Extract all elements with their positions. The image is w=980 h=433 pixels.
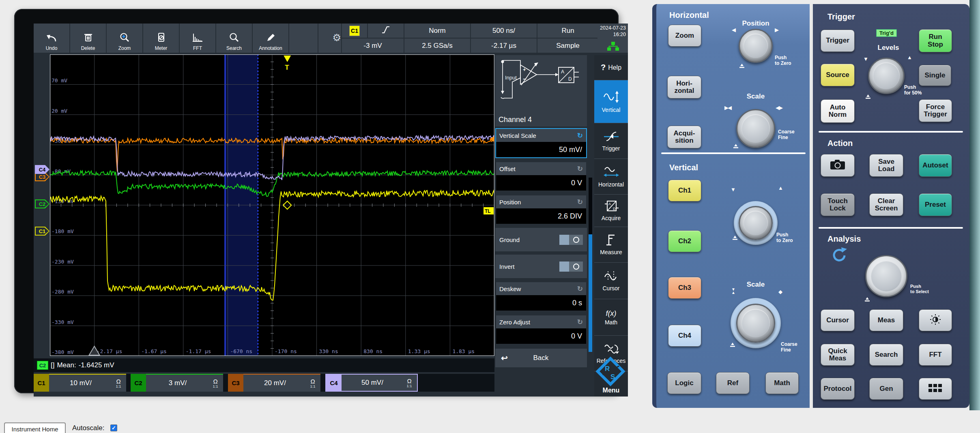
- math-button[interactable]: Math: [765, 372, 799, 394]
- navigation-knob[interactable]: [865, 255, 907, 297]
- sample-rate-cell[interactable]: 2.5 GSa/s: [404, 39, 470, 53]
- analysis-section-heading: Analysis: [827, 234, 861, 244]
- sidebar-item-horizontal[interactable]: Horizontal: [594, 159, 628, 195]
- scrollbar-thumb[interactable]: [589, 234, 592, 352]
- meter-button[interactable]: Meter: [143, 24, 179, 53]
- channel-c2-cell[interactable]: C2 3 mV/ Ω1:1: [131, 374, 223, 392]
- ref-button[interactable]: Ref: [716, 372, 750, 394]
- dialog-title: Channel 4: [499, 116, 532, 124]
- single-button[interactable]: Single: [919, 65, 951, 86]
- channel-c3-cell[interactable]: C3 20 mV/ Ω1:1: [228, 374, 320, 392]
- fft-hw-button[interactable]: FFT: [919, 344, 952, 366]
- sidebar-item-help[interactable]: ? Help: [594, 55, 628, 80]
- sidebar-item-trigger[interactable]: Trigger: [594, 123, 628, 159]
- dialog-scrollbar[interactable]: [589, 178, 592, 352]
- deskew-field[interactable]: Deskew↻ 0 s: [495, 281, 587, 311]
- svg-text:-2.17 µs: -2.17 µs: [97, 348, 122, 354]
- channel-marker-c1[interactable]: C1: [35, 227, 49, 236]
- gen-button[interactable]: Gen: [869, 378, 903, 400]
- annotation-button[interactable]: Annotation: [253, 24, 288, 53]
- preset-button[interactable]: Preset: [919, 193, 952, 216]
- vertical-position-knob[interactable]: [739, 206, 773, 240]
- meas-button[interactable]: Meas: [869, 309, 903, 331]
- timebase-cell[interactable]: 500 ns/: [471, 24, 537, 38]
- undo-button[interactable]: Undo: [34, 24, 69, 53]
- zoom-button[interactable]: Zoom: [107, 24, 142, 53]
- trigger-source-cell[interactable]: C1: [342, 24, 367, 38]
- zoom-hw-button[interactable]: Zoom: [668, 25, 701, 47]
- settings-button[interactable]: ⚙: [318, 24, 341, 53]
- touch-lock-button[interactable]: Touch Lock: [821, 193, 855, 216]
- reset-icon[interactable]: ↻: [577, 198, 583, 206]
- sidebar-item-cursor[interactable]: Cursor: [594, 263, 628, 299]
- horizontal-position-knob[interactable]: [739, 29, 773, 63]
- source-button[interactable]: Source: [821, 64, 855, 86]
- screenshot-button[interactable]: [821, 154, 855, 177]
- horizontal-menu-button[interactable]: Hori- zontal: [667, 76, 701, 99]
- trigger-levels-knob[interactable]: [868, 58, 905, 94]
- ch4-button[interactable]: Ch4: [668, 325, 701, 347]
- back-button[interactable]: ↩ Back: [495, 349, 587, 367]
- vertical-icon: [602, 90, 620, 105]
- ch3-button[interactable]: Ch3: [668, 277, 701, 299]
- apps-button[interactable]: [919, 378, 952, 400]
- auto-norm-button[interactable]: Auto Norm: [821, 99, 855, 123]
- channel-marker-c4[interactable]: C4: [35, 165, 49, 174]
- run-stop-button[interactable]: Run Stop: [919, 29, 952, 52]
- acquisition-button[interactable]: Acqui- sition: [667, 126, 701, 148]
- waveform-display[interactable]: 70 mV20 mV-30 mV-80 mV-130 mV-180 mV-230…: [50, 54, 494, 356]
- zero-adjust-field[interactable]: Zero Adjust↻ 0 V: [495, 315, 587, 345]
- trigger-level-cell[interactable]: -3 mV: [342, 39, 404, 53]
- trigger-menu-button[interactable]: Trigger: [821, 30, 855, 52]
- reset-icon[interactable]: ↻: [577, 318, 583, 326]
- acquisition-mode-cell[interactable]: Sample: [537, 39, 598, 53]
- save-load-button[interactable]: Save Load: [869, 154, 903, 177]
- svg-text:-380 mV: -380 mV: [52, 349, 74, 355]
- quick-meas-button[interactable]: Quick Meas: [821, 344, 855, 366]
- svg-text:1.83 µs: 1.83 µs: [452, 348, 475, 354]
- delete-button[interactable]: Delete: [70, 24, 106, 53]
- camera-icon: [829, 159, 847, 172]
- horizontal-scale-knob[interactable]: [736, 109, 775, 148]
- back-icon: ↩: [501, 353, 508, 363]
- sidebar-item-math[interactable]: f(x) Math: [594, 299, 628, 336]
- sidebar-item-vertical[interactable]: Vertical: [594, 80, 628, 123]
- ch1-button[interactable]: Ch1: [668, 180, 701, 201]
- sidebar-item-measure[interactable]: Measure: [594, 227, 628, 263]
- touch-icon: [732, 235, 738, 242]
- vertical-scale-field[interactable]: Vertical Scale↻ 50 mV/: [495, 128, 587, 158]
- invert-toggle[interactable]: [559, 262, 583, 272]
- fft-button[interactable]: FFT: [180, 24, 215, 53]
- clear-screen-button[interactable]: Clear Screen: [869, 193, 903, 216]
- instrument-home-button[interactable]: Instrument Home: [4, 422, 66, 433]
- trigger-slope-cell[interactable]: [368, 24, 404, 38]
- trigger-mode-cell[interactable]: Norm: [404, 24, 470, 38]
- channel-c4-cell[interactable]: C4 50 mV/ Ω1:1: [325, 374, 418, 392]
- reset-icon[interactable]: ↻: [577, 131, 583, 140]
- measurement-row[interactable]: C2 [] Mean: -1.6425 mV: [34, 358, 494, 372]
- autoscale-checkbox[interactable]: ✓: [110, 424, 117, 431]
- horizontal-position-cell[interactable]: -2.17 µs: [471, 39, 537, 53]
- vertical-scale-knob[interactable]: [736, 304, 775, 343]
- acquire-icon: AD: [602, 200, 620, 214]
- autoset-button[interactable]: Autoset: [919, 154, 952, 177]
- offset-field[interactable]: Offset↻ 0 V: [495, 161, 587, 191]
- reset-icon[interactable]: ↻: [577, 165, 583, 173]
- run-state-cell[interactable]: Run: [537, 24, 598, 38]
- ground-toggle[interactable]: [559, 235, 583, 245]
- sidebar-item-acquire[interactable]: AD Acquire: [594, 195, 628, 227]
- logic-button[interactable]: Logic: [667, 372, 701, 394]
- ch2-button[interactable]: Ch2: [668, 230, 701, 252]
- reset-icon[interactable]: ↻: [577, 285, 583, 293]
- channel-c1-cell[interactable]: C1 10 mV/ Ω1:1: [34, 374, 126, 392]
- protocol-button[interactable]: Protocol: [821, 378, 855, 400]
- channel-marker-c2[interactable]: C2: [35, 199, 49, 208]
- sidebar-item-menu[interactable]: R S Menu: [594, 371, 628, 397]
- force-trigger-button[interactable]: Force Trigger: [919, 99, 952, 122]
- intensity-button[interactable]: [919, 309, 952, 331]
- position-field[interactable]: Position↻ 2.6 DIV: [495, 195, 587, 225]
- push-select-label: Push to Select: [910, 284, 929, 294]
- cursor-button[interactable]: Cursor: [821, 309, 855, 331]
- search-button[interactable]: Search: [216, 24, 252, 53]
- search-hw-button[interactable]: Search: [869, 344, 903, 366]
